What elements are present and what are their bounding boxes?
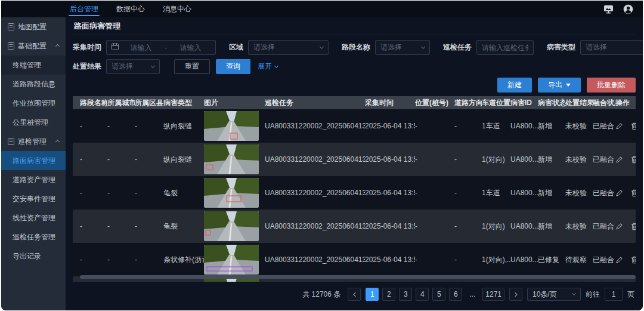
disease-type-select[interactable]: 请选择 <box>580 40 643 55</box>
search-button[interactable]: 查询 <box>216 59 250 74</box>
delete-trash-icon[interactable] <box>631 223 636 230</box>
sidebar-item[interactable]: 道路路段信息 <box>1 75 66 94</box>
edit-pencil-icon[interactable] <box>615 256 623 264</box>
user-avatar-icon[interactable] <box>623 4 633 14</box>
cell-dir: - <box>454 255 482 264</box>
chevron-down-icon <box>572 291 576 295</box>
screen-monitor-icon[interactable] <box>603 5 614 14</box>
cell-result: 未校验 <box>565 221 593 232</box>
sidebar-item[interactable]: 巡检任务管理 <box>1 227 66 247</box>
page-button-2[interactable]: 2 <box>382 288 395 301</box>
page-button-4[interactable]: 4 <box>416 288 429 301</box>
cell-photo <box>204 111 265 141</box>
delete-trash-icon[interactable] <box>631 189 636 197</box>
page-size-select[interactable]: 10条/页 <box>527 288 581 301</box>
cell-stake: - <box>415 255 454 264</box>
date-end-input[interactable] <box>171 44 210 52</box>
sidebar-item[interactable]: 线性资产管理 <box>1 208 66 227</box>
sidebar-group[interactable]: 基础配置 <box>1 36 66 56</box>
table-row: ---纵向裂缝UA800331220002_202506041338520592… <box>73 143 636 176</box>
data-table: 路段名称所属城市所属区县病害类型图片巡检任务采集时间位置(桩号)道路方向车道位置… <box>73 96 636 282</box>
sidebar-item[interactable]: 作业范围管理 <box>1 94 66 113</box>
sidebar-item[interactable]: 终端管理 <box>1 56 66 75</box>
date-start-input[interactable] <box>121 44 161 52</box>
horizontal-scrollbar[interactable] <box>80 275 636 279</box>
chevron-down-icon <box>274 63 278 67</box>
inspect-task-input[interactable] <box>482 44 528 52</box>
sidebar-group[interactable]: 巡检管理 <box>1 132 66 151</box>
region-label: 区域 <box>229 42 243 53</box>
document-icon <box>8 138 14 145</box>
cell-road: - <box>80 155 107 164</box>
topnav-tab[interactable]: 后台管理 <box>61 1 107 17</box>
page-button-5[interactable]: 5 <box>432 288 445 301</box>
delete-trash-icon[interactable] <box>631 256 636 264</box>
cell-status: 新增 <box>538 221 565 232</box>
page-button-6[interactable]: 6 <box>449 288 462 301</box>
create-button[interactable]: 新建 <box>497 78 532 93</box>
cell-county: - <box>135 189 163 197</box>
handle-result-select[interactable]: 请选择 <box>106 59 160 74</box>
page-button-1271[interactable]: 1271 <box>482 288 504 301</box>
edit-pencil-icon[interactable] <box>615 122 623 130</box>
next-page-button[interactable] <box>509 288 522 301</box>
edit-pencil-icon[interactable] <box>615 223 623 230</box>
topbar: 后台管理数据中心消息中心 <box>1 1 643 17</box>
edit-pencil-icon[interactable] <box>615 156 623 164</box>
inspect-task-label: 巡检任务 <box>443 42 472 53</box>
disease-photo-thumbnail[interactable] <box>204 178 259 208</box>
cell-time: 2025-06-04 13:50 <box>365 122 415 130</box>
delete-trash-icon[interactable] <box>631 156 636 164</box>
cell-time: 2025-06-04 13:50 <box>365 155 415 164</box>
cell-dir: - <box>454 189 482 197</box>
cell-task: UA800331220002_20250604133852059 <box>265 122 365 130</box>
cell-actions <box>615 223 636 230</box>
sidebar-item[interactable]: 公里桩管理 <box>1 113 66 132</box>
sidebar-item[interactable]: 道路资产管理 <box>1 170 66 189</box>
disease-photo-thumbnail[interactable] <box>204 211 259 241</box>
cell-result: 未校验 <box>565 121 593 131</box>
cell-photo <box>204 211 265 241</box>
sidebar-item[interactable]: 交安事件管理 <box>1 189 66 208</box>
disease-photo-thumbnail[interactable] <box>204 144 259 174</box>
goto-page-input[interactable] <box>605 288 623 301</box>
prev-page-button[interactable] <box>348 288 361 301</box>
sidebar-item[interactable]: 路面病害管理 <box>1 151 66 170</box>
column-header: 病害ID <box>510 98 538 108</box>
cell-status: 新增 <box>538 155 565 165</box>
date-range-input[interactable]: - <box>106 40 216 55</box>
cell-dir: - <box>454 155 482 164</box>
cell-fusion: 已融合 <box>593 155 615 165</box>
road-name-select[interactable]: 请选择 <box>375 40 430 55</box>
reset-button[interactable]: 重置 <box>174 59 210 74</box>
sidebar-item[interactable]: 导出记录 <box>1 247 66 266</box>
page-title: 路面病害管理 <box>73 17 636 35</box>
cell-fusion: 已融合 <box>593 188 615 198</box>
disease-photo-thumbnail[interactable] <box>204 111 259 141</box>
cell-time: 2025-06-04 13:50 <box>365 189 415 197</box>
cell-city: - <box>107 222 135 230</box>
cell-actions <box>615 122 636 130</box>
calendar-icon <box>112 43 119 52</box>
expand-toggle[interactable]: 展开 <box>258 61 278 72</box>
topnav-tab[interactable]: 数据中心 <box>107 1 154 17</box>
inspect-task-input-box <box>476 40 534 55</box>
chevron-down-icon <box>421 44 425 48</box>
column-header: 操作 <box>615 98 636 108</box>
export-button[interactable]: 导出 <box>538 78 581 93</box>
delete-trash-icon[interactable] <box>631 122 636 130</box>
edit-pencil-icon[interactable] <box>615 189 623 197</box>
region-select[interactable]: 请选择 <box>248 40 329 55</box>
sidebar-group[interactable]: 地图配置 <box>1 17 66 36</box>
disease-photo-thumbnail[interactable] <box>204 245 259 275</box>
table-row: ---龟裂UA800331220002_20250604133852059202… <box>73 176 636 210</box>
cell-type: 纵向裂缝 <box>163 155 204 165</box>
cell-county: - <box>135 122 163 130</box>
topnav-tab[interactable]: 消息中心 <box>154 1 200 17</box>
page-button-3[interactable]: 3 <box>399 288 412 301</box>
filter-row-2: 处置结果 请选择 重置 查询 展开 <box>73 59 636 74</box>
page-button-1[interactable]: 1 <box>366 288 379 301</box>
batch-delete-button[interactable]: 批量删除 <box>587 78 636 93</box>
cell-county: - <box>135 155 163 164</box>
table-row: ---纵向裂缝UA800331220002_202506041338520592… <box>73 109 636 143</box>
